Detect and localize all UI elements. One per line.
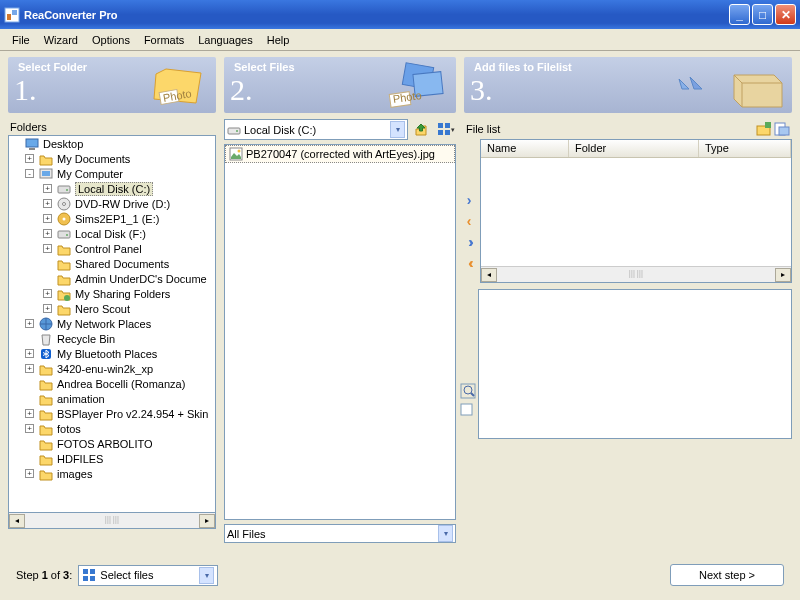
svg-point-31	[238, 150, 241, 153]
svg-rect-2	[12, 10, 17, 15]
expand-toggle[interactable]: +	[25, 409, 34, 418]
scroll-right-button[interactable]: ▸	[775, 268, 791, 282]
remove-file-button[interactable]: ‹	[460, 212, 478, 230]
file-row[interactable]: PB270047 (corrected with ArtEyes).jpg	[225, 145, 455, 163]
tree-node[interactable]: HDFILES	[9, 451, 215, 466]
checkbox[interactable]	[460, 403, 474, 417]
preview-toggle-button[interactable]	[460, 383, 476, 399]
menu-help[interactable]: Help	[261, 32, 296, 48]
bt-icon	[38, 346, 54, 362]
expand-toggle[interactable]: +	[25, 319, 34, 328]
computer-icon	[38, 166, 54, 182]
step3-label: Add files to Filelist	[474, 61, 572, 73]
tree-node[interactable]: +fotos	[9, 421, 215, 436]
scroll-right-button[interactable]: ▸	[199, 514, 215, 528]
folder-icon	[38, 376, 54, 392]
filelist-h-scrollbar[interactable]: ◂ⅢⅢ▸	[481, 266, 791, 282]
drive-combo[interactable]: Local Disk (C:) ▾	[224, 119, 408, 140]
tree-node[interactable]: animation	[9, 391, 215, 406]
col-type[interactable]: Type	[699, 140, 791, 157]
menu-languages[interactable]: Languages	[192, 32, 258, 48]
tree-node[interactable]: +My Sharing Folders	[9, 286, 215, 301]
dropdown-arrow-icon[interactable]: ▾	[199, 567, 214, 584]
tree-node[interactable]: +Nero Scout	[9, 301, 215, 316]
tree-node[interactable]: +Control Panel	[9, 241, 215, 256]
tree-node[interactable]: +Local Disk (C:)	[9, 181, 215, 196]
up-folder-button[interactable]	[412, 120, 432, 140]
folder-icon	[38, 451, 54, 467]
tree-node[interactable]: Admin UnderDC's Docume	[9, 271, 215, 286]
tree-node[interactable]: Shared Documents	[9, 256, 215, 271]
tree-node-label: Nero Scout	[75, 303, 130, 315]
tree-node[interactable]: FOTOS ARBOLITO	[9, 436, 215, 451]
tree-node[interactable]: -My Computer	[9, 166, 215, 181]
scroll-left-button[interactable]: ◂	[9, 514, 25, 528]
expand-toggle[interactable]: +	[43, 214, 52, 223]
menu-options[interactable]: Options	[86, 32, 136, 48]
expand-toggle[interactable]: +	[43, 244, 52, 253]
expand-toggle[interactable]: +	[43, 229, 52, 238]
filter-text: All Files	[227, 528, 266, 540]
view-button[interactable]: ▾	[436, 120, 456, 140]
tree-node[interactable]: Andrea Bocelli (Romanza)	[9, 376, 215, 391]
tree-node-label: BSPlayer Pro v2.24.954 + Skin	[57, 408, 208, 420]
drive-icon	[56, 181, 72, 197]
tree-node-label: fotos	[57, 423, 81, 435]
expand-toggle[interactable]: +	[25, 364, 34, 373]
tree-node[interactable]: +My Documents	[9, 151, 215, 166]
tree-node[interactable]: +DVD-RW Drive (D:)	[9, 196, 215, 211]
expand-toggle[interactable]: -	[25, 169, 34, 178]
tree-node[interactable]: +images	[9, 466, 215, 481]
expand-toggle[interactable]: +	[25, 424, 34, 433]
expand-toggle[interactable]: +	[25, 469, 34, 478]
step1-label: Select Folder	[18, 61, 87, 73]
tree-node-label: HDFILES	[57, 453, 103, 465]
menu-file[interactable]: File	[6, 32, 36, 48]
tree-node[interactable]: Recycle Bin	[9, 331, 215, 346]
file-list[interactable]: PB270047 (corrected with ArtEyes).jpg	[224, 144, 456, 520]
maximize-button[interactable]: □	[752, 4, 773, 25]
tree-node-label: Admin UnderDC's Docume	[75, 273, 207, 285]
menu-formats[interactable]: Formats	[138, 32, 190, 48]
tree-node-label: Recycle Bin	[57, 333, 115, 345]
col-name[interactable]: Name	[481, 140, 569, 157]
next-step-button[interactable]: Next step >	[670, 564, 784, 586]
dropdown-arrow-icon[interactable]: ▾	[390, 121, 405, 138]
tree-node[interactable]: +My Bluetooth Places	[9, 346, 215, 361]
folder-tree[interactable]: Desktop+My Documents-My Computer+Local D…	[8, 135, 216, 513]
tree-node[interactable]: +BSPlayer Pro v2.24.954 + Skin	[9, 406, 215, 421]
svg-rect-24	[228, 128, 240, 134]
folder-icon	[56, 256, 72, 272]
filter-combo[interactable]: All Files ▾	[224, 524, 456, 543]
add-from-list-button[interactable]	[774, 121, 790, 137]
tree-node-label: Local Disk (C:)	[75, 182, 153, 196]
expand-toggle[interactable]: +	[25, 349, 34, 358]
minimize-button[interactable]: _	[729, 4, 750, 25]
tree-node[interactable]: Desktop	[9, 136, 215, 151]
tree-node[interactable]: +My Network Places	[9, 316, 215, 331]
tree-node[interactable]: +3420-enu-win2k_xp	[9, 361, 215, 376]
select-files-icon	[82, 568, 96, 582]
expand-toggle[interactable]: +	[25, 154, 34, 163]
dropdown-arrow-icon[interactable]: ▾	[438, 525, 453, 542]
step-combo[interactable]: Select files ▾	[78, 565, 218, 586]
add-file-button[interactable]: ›	[460, 191, 478, 209]
tree-node[interactable]: +Local Disk (F:)	[9, 226, 215, 241]
expand-toggle[interactable]: +	[43, 289, 52, 298]
tree-node-label: Sims2EP1_1 (E:)	[75, 213, 159, 225]
add-from-folder-button[interactable]	[756, 121, 772, 137]
tree-h-scrollbar[interactable]: ◂ⅢⅢ▸	[8, 513, 216, 529]
remove-all-button[interactable]: ‹‹	[460, 254, 478, 272]
expand-toggle[interactable]: +	[43, 184, 52, 193]
menu-wizard[interactable]: Wizard	[38, 32, 84, 48]
expand-toggle[interactable]: +	[43, 199, 52, 208]
target-file-list[interactable]: Name Folder Type ◂ⅢⅢ▸	[480, 139, 792, 283]
svg-rect-6	[29, 148, 35, 150]
folder-icon	[38, 151, 54, 167]
add-all-button[interactable]: ››	[460, 233, 478, 251]
expand-toggle[interactable]: +	[43, 304, 52, 313]
scroll-left-button[interactable]: ◂	[481, 268, 497, 282]
col-folder[interactable]: Folder	[569, 140, 699, 157]
tree-node[interactable]: +Sims2EP1_1 (E:)	[9, 211, 215, 226]
close-button[interactable]: ✕	[775, 4, 796, 25]
